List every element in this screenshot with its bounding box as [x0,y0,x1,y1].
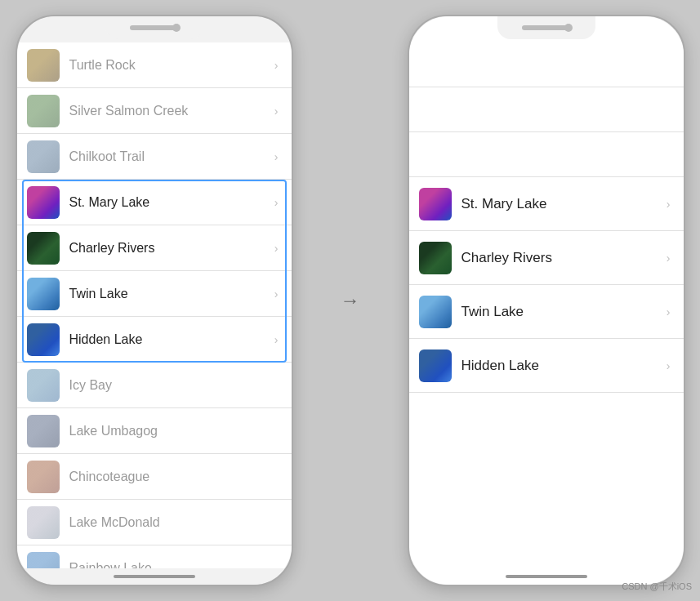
list-item-chilkoot[interactable]: Chilkoot Trail› [17,134,292,180]
right-phone: St. Mary Lake›Charley Rivers›Twin Lake›H… [408,15,685,586]
label-umbagog: Lake Umbagog [69,424,279,439]
right-chevron-hidden: › [667,359,671,372]
list-item-st-mary[interactable]: St. Mary Lake› [17,180,292,225]
right-list-item-st-mary[interactable]: St. Mary Lake› [409,177,684,231]
notch-left [105,16,203,39]
chevron-charley: › [274,242,279,255]
list-item-umbagog[interactable]: Lake Umbagog [17,408,292,454]
label-chilkoot: Chilkoot Trail [69,149,274,164]
transition-arrow: → [326,289,375,312]
label-hidden: Hidden Lake [69,332,274,347]
right-list-item-twin[interactable]: Twin Lake› [409,285,684,339]
chevron-st-mary: › [274,196,279,209]
thumb-chilkoot [27,140,60,173]
right-list-item-hidden[interactable]: Hidden Lake› [409,339,684,393]
label-chincoteague: Chincoteague [69,470,279,484]
label-st-mary: St. Mary Lake [69,195,274,210]
thumb-umbagog [27,415,60,447]
thumb-chincoteague [27,461,60,493]
right-thumb-twin [419,296,452,328]
thumb-silver-salmon [27,95,60,127]
list-item-icy[interactable]: Icy Bay [17,363,292,408]
left-list: Turtle Rock›Silver Salmon Creek›Chilkoot… [17,42,292,568]
right-chevron-twin: › [667,305,671,318]
right-screen: St. Mary Lake›Charley Rivers›Twin Lake›H… [409,16,684,585]
list-item-mcdonald[interactable]: Lake McDonald [17,500,292,545]
thumb-rainbow [27,552,60,569]
right-list-item-charley[interactable]: Charley Rivers› [409,231,684,285]
right-label-charley: Charley Rivers [461,250,667,266]
list-item-twin[interactable]: Twin Lake› [17,271,292,317]
label-icy: Icy Bay [69,378,279,393]
thumb-mcdonald [27,506,60,539]
thumb-st-mary [27,186,60,219]
empty-row-0 [409,42,684,87]
thumb-icy [27,369,60,402]
right-thumb-charley [419,242,452,274]
label-silver-salmon: Silver Salmon Creek [69,104,274,118]
label-mcdonald: Lake McDonald [69,515,279,530]
chevron-silver-salmon: › [274,105,279,118]
right-chevron-st-mary: › [667,198,671,211]
chevron-chilkoot: › [274,150,279,163]
thumb-hidden [27,323,60,356]
left-screen: Turtle Rock›Silver Salmon Creek›Chilkoot… [17,16,292,585]
watermark: CSDN @千术iOS [622,581,692,593]
thumb-charley [27,232,60,265]
list-item-chincoteague[interactable]: Chincoteague [17,454,292,500]
right-thumb-st-mary [419,188,452,220]
right-label-hidden: Hidden Lake [461,358,667,374]
label-turtle-rock: Turtle Rock [69,58,274,73]
home-indicator-right [506,575,587,578]
thumb-turtle-rock [27,49,60,82]
thumb-twin [27,278,60,310]
right-label-st-mary: St. Mary Lake [461,196,667,212]
chevron-twin: › [274,287,279,300]
right-list: St. Mary Lake›Charley Rivers›Twin Lake›H… [409,42,684,568]
notch-right [497,16,595,39]
right-thumb-hidden [419,349,452,382]
list-item-turtle-rock[interactable]: Turtle Rock› [17,42,292,88]
label-twin: Twin Lake [69,287,274,301]
chevron-hidden: › [274,333,279,346]
arrow-icon: → [341,289,360,312]
label-charley: Charley Rivers [69,241,274,256]
list-item-charley[interactable]: Charley Rivers› [17,225,292,271]
empty-row-2 [409,132,684,177]
list-item-hidden[interactable]: Hidden Lake› [17,317,292,363]
label-rainbow: Rainbow Lake [69,561,279,569]
list-item-silver-salmon[interactable]: Silver Salmon Creek› [17,88,292,134]
scene: Turtle Rock›Silver Salmon Creek›Chilkoot… [0,0,700,601]
list-item-rainbow[interactable]: Rainbow Lake [17,545,292,568]
right-chevron-charley: › [667,252,671,265]
chevron-turtle-rock: › [274,59,279,72]
left-phone: Turtle Rock›Silver Salmon Creek›Chilkoot… [16,15,293,586]
right-label-twin: Twin Lake [461,304,667,320]
empty-row-1 [409,87,684,132]
home-indicator-left [114,575,195,578]
